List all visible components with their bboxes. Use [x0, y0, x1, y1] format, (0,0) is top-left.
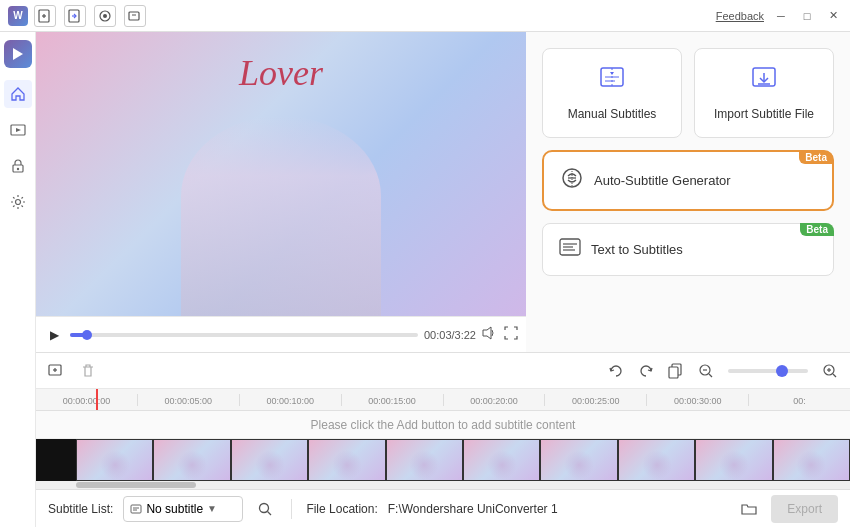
- text-to-subtitles-beta-badge: Beta: [800, 223, 834, 236]
- sidebar-item-home[interactable]: [4, 80, 32, 108]
- svg-rect-41: [131, 505, 141, 513]
- title-bar-tools: [34, 5, 146, 27]
- search-button[interactable]: [253, 497, 277, 521]
- svg-point-12: [16, 168, 18, 170]
- new-project-tool[interactable]: [34, 5, 56, 27]
- video-controls: ▶ 00:03/3:22: [36, 316, 526, 352]
- thumbnail-strip: [76, 439, 850, 481]
- thumb-frame-8: [618, 439, 695, 481]
- video-screen: Lover: [36, 32, 526, 316]
- text-to-subtitles-icon: [559, 236, 581, 263]
- auto-subtitle-card[interactable]: Auto-Subtitle Generator Beta: [542, 150, 834, 211]
- svg-point-44: [260, 503, 269, 512]
- maximize-button[interactable]: □: [798, 7, 816, 25]
- file-path-display: F:\Wondershare UniConverter 1: [388, 502, 728, 516]
- import-subtitle-icon: [750, 65, 778, 99]
- video-person-silhouette: [181, 116, 381, 316]
- svg-line-45: [268, 511, 272, 515]
- redo-button[interactable]: [634, 359, 658, 383]
- video-background: Lover: [36, 32, 526, 316]
- ruler-ticks: 00:00:00:00 00:00:05:00 00:00:10:00 00:0…: [36, 394, 850, 406]
- play-button[interactable]: ▶: [44, 325, 64, 345]
- timeline-tools-right: [604, 359, 842, 383]
- thumb-frame-9: [695, 439, 772, 481]
- ruler-tick-7: 00:: [748, 394, 850, 406]
- subtitle-select-icon: [130, 503, 142, 515]
- title-bar-left: W: [8, 5, 146, 27]
- feedback-link[interactable]: Feedback: [716, 10, 764, 22]
- manual-subtitles-option[interactable]: Manual Subtitles: [542, 48, 682, 138]
- text-to-subtitles-card[interactable]: Text to Subtitles Beta: [542, 223, 834, 276]
- svg-rect-33: [669, 367, 678, 378]
- right-panel: Manual Subtitles Import Subtitle File: [526, 32, 850, 352]
- export-button[interactable]: Export: [771, 495, 838, 523]
- zoom-slider[interactable]: [728, 369, 808, 373]
- subtitle-list-select[interactable]: No subtitle ▼: [123, 496, 243, 522]
- timeline-area: 00:00:00:00 00:00:05:00 00:00:10:00 00:0…: [36, 352, 850, 489]
- subtitle-select-arrow: ▼: [207, 503, 217, 514]
- svg-marker-14: [483, 327, 491, 339]
- auto-subtitle-label: Auto-Subtitle Generator: [594, 173, 731, 188]
- video-container: Lover ▶ 00:03/3:22: [36, 32, 526, 352]
- title-bar-right: Feedback ─ □ ✕: [716, 7, 842, 25]
- zoom-thumb: [776, 365, 788, 377]
- import-tool[interactable]: [64, 5, 86, 27]
- playhead: [96, 389, 98, 410]
- auto-subtitle-beta-badge: Beta: [799, 151, 833, 164]
- scrollbar-thumb: [76, 482, 196, 488]
- subtitle-options-row: Manual Subtitles Import Subtitle File: [542, 48, 834, 138]
- ruler-tick-5: 00:00:25:00: [544, 394, 646, 406]
- svg-line-36: [709, 374, 712, 377]
- ruler-tick-0: 00:00:00:00: [36, 394, 137, 406]
- app-logo: W: [8, 6, 28, 26]
- time-display: 00:03/3:22: [424, 329, 476, 341]
- subtitle-select-value: No subtitle: [146, 502, 203, 516]
- zoom-out-button[interactable]: [694, 359, 718, 383]
- export-tool[interactable]: [124, 5, 146, 27]
- timeline-ruler: 00:00:00:00 00:00:05:00 00:00:10:00 00:0…: [36, 389, 850, 411]
- ruler-tick-2: 00:00:10:00: [239, 394, 341, 406]
- sidebar-item-media[interactable]: [4, 116, 32, 144]
- sidebar-logo: [4, 40, 32, 68]
- close-button[interactable]: ✕: [824, 7, 842, 25]
- import-subtitle-option[interactable]: Import Subtitle File: [694, 48, 834, 138]
- timeline-tools-left: [44, 359, 100, 383]
- undo-button[interactable]: [604, 359, 628, 383]
- add-subtitle-tool[interactable]: [44, 359, 68, 383]
- svg-marker-10: [16, 128, 21, 132]
- video-title-overlay: Lover: [239, 52, 323, 94]
- manual-subtitles-label: Manual Subtitles: [568, 107, 657, 121]
- svg-line-40: [833, 374, 836, 377]
- copy-tool[interactable]: [664, 359, 688, 383]
- progress-bar[interactable]: [70, 333, 418, 337]
- file-location-label: File Location:: [306, 502, 377, 516]
- ruler-tick-1: 00:00:05:00: [137, 394, 239, 406]
- thumb-frame-10: [773, 439, 850, 481]
- title-bar: W: [0, 0, 850, 32]
- text-to-subtitles-label: Text to Subtitles: [591, 242, 683, 257]
- record-tool[interactable]: [94, 5, 116, 27]
- sidebar-item-settings[interactable]: [4, 188, 32, 216]
- sidebar: [0, 32, 36, 527]
- timeline-scrollbar[interactable]: [36, 481, 850, 489]
- progress-dot: [82, 330, 92, 340]
- timeline-content: Please click the Add button to add subti…: [36, 411, 850, 489]
- fullscreen-icon[interactable]: [504, 326, 518, 343]
- zoom-in-button[interactable]: [818, 359, 842, 383]
- volume-icon[interactable]: [482, 326, 496, 343]
- ruler-tick-3: 00:00:15:00: [341, 394, 443, 406]
- import-subtitle-label: Import Subtitle File: [714, 107, 814, 121]
- ruler-tick-6: 00:00:30:00: [646, 394, 748, 406]
- main-content: Lover ▶ 00:03/3:22: [0, 32, 850, 527]
- folder-button[interactable]: [737, 497, 761, 521]
- sidebar-item-lock[interactable]: [4, 152, 32, 180]
- thumb-frame-5: [386, 439, 463, 481]
- minimize-button[interactable]: ─: [772, 7, 790, 25]
- separator-1: [291, 499, 292, 519]
- thumb-frame-6: [463, 439, 540, 481]
- timeline-toolbar: [36, 353, 850, 389]
- delete-tool[interactable]: [76, 359, 100, 383]
- thumb-frame-1: [76, 439, 153, 481]
- auto-subtitle-icon: [560, 166, 584, 195]
- svg-point-6: [103, 14, 107, 18]
